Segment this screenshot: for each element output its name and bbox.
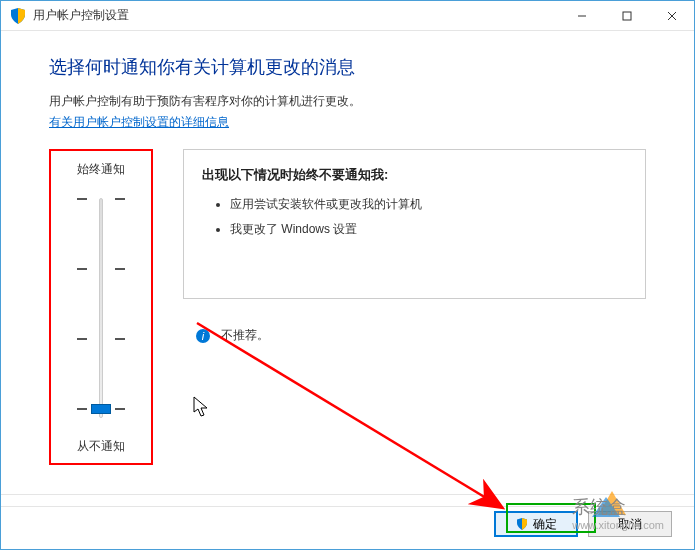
shield-icon (9, 7, 27, 25)
cancel-button-label: 取消 (618, 516, 642, 533)
info-panel: 出现以下情况时始终不要通知我: 应用尝试安装软件或更改我的计算机 我更改了 Wi… (183, 149, 646, 299)
slider-bottom-label: 从不通知 (57, 438, 145, 455)
content-area: 选择何时通知你有关计算机更改的消息 用户帐户控制有助于预防有害程序对你的计算机进… (1, 31, 694, 465)
slider-tick (71, 338, 131, 340)
page-heading: 选择何时通知你有关计算机更改的消息 (49, 55, 646, 79)
uac-settings-window: 用户帐户控制设置 选择何时通知你有关计算机更改的消息 用户帐户控制有助于预防有害… (0, 0, 695, 550)
info-list: 应用尝试安装软件或更改我的计算机 我更改了 Windows 设置 (202, 196, 627, 238)
info-list-item: 应用尝试安装软件或更改我的计算机 (230, 196, 627, 213)
recommendation-text: 不推荐。 (221, 327, 269, 344)
right-column: 出现以下情况时始终不要通知我: 应用尝试安装软件或更改我的计算机 我更改了 Wi… (183, 149, 646, 465)
main-area: 始终通知 从不通知 出现以下情况时始终不要通知我: 应用尝试安装软件或更改我的计… (49, 149, 646, 465)
slider-tick (71, 268, 131, 270)
info-panel-title: 出现以下情况时始终不要通知我: (202, 166, 627, 184)
minimize-button[interactable] (559, 1, 604, 30)
notification-slider-box: 始终通知 从不通知 (49, 149, 153, 465)
footer-buttons: 确定 取消 (494, 511, 672, 537)
slider-rail (99, 198, 103, 418)
learn-more-link[interactable]: 有关用户帐户控制设置的详细信息 (49, 115, 229, 129)
titlebar: 用户帐户控制设置 (1, 1, 694, 31)
recommendation-row: i 不推荐。 (195, 327, 646, 344)
divider (1, 494, 694, 495)
info-icon: i (195, 328, 211, 344)
info-list-item: 我更改了 Windows 设置 (230, 221, 627, 238)
ok-button[interactable]: 确定 (494, 511, 578, 537)
maximize-button[interactable] (604, 1, 649, 30)
slider-top-label: 始终通知 (57, 161, 145, 178)
ok-button-label: 确定 (533, 516, 557, 533)
window-title: 用户帐户控制设置 (33, 7, 559, 24)
window-controls (559, 1, 694, 30)
divider (1, 506, 694, 507)
page-description: 用户帐户控制有助于预防有害程序对你的计算机进行更改。 (49, 93, 646, 110)
svg-rect-1 (623, 12, 631, 20)
slider-thumb[interactable] (91, 404, 111, 414)
slider-tick (71, 198, 131, 200)
shield-icon (515, 517, 529, 531)
cancel-button[interactable]: 取消 (588, 511, 672, 537)
notification-slider[interactable] (71, 190, 131, 426)
close-button[interactable] (649, 1, 694, 30)
